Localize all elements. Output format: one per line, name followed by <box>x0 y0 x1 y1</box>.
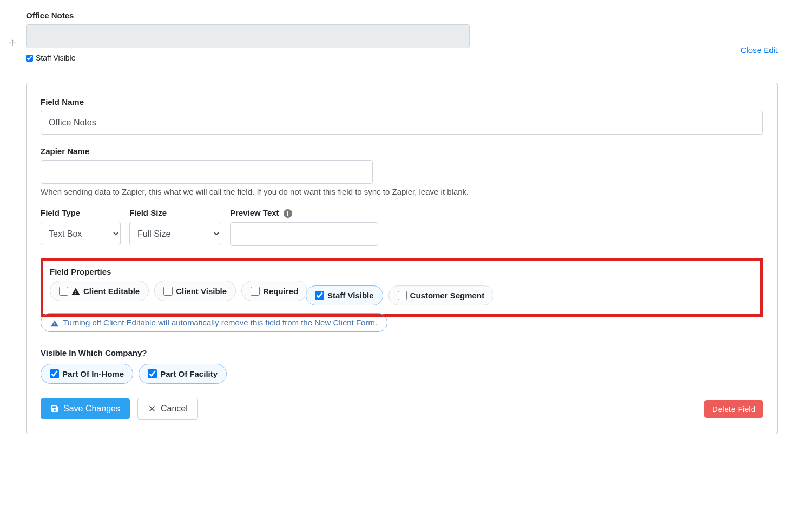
close-edit-link[interactable]: Close Edit <box>741 18 778 55</box>
customer-segment-pill[interactable]: Customer Segment <box>388 285 494 305</box>
top-staff-visible-checkbox[interactable] <box>26 55 33 62</box>
facility-checkbox[interactable] <box>148 369 157 378</box>
preview-text-input[interactable] <box>230 222 378 246</box>
edit-panel: Field Name Zapier Name When sending data… <box>26 83 778 434</box>
zapier-help-text: When sending data to Zapier, this what w… <box>41 187 763 196</box>
field-size-label: Field Size <box>129 208 221 217</box>
info-icon[interactable]: i <box>284 209 292 218</box>
zapier-name-label: Zapier Name <box>41 147 763 156</box>
x-icon <box>148 404 156 413</box>
move-icon <box>8 39 17 48</box>
office-notes-label: Office Notes <box>26 11 470 20</box>
save-button[interactable]: Save Changes <box>41 398 130 419</box>
cancel-button[interactable]: Cancel <box>137 398 198 420</box>
zapier-name-input[interactable] <box>41 160 373 184</box>
client-visible-checkbox[interactable] <box>163 287 173 296</box>
field-properties-label: Field Properties <box>50 267 754 276</box>
facility-pill[interactable]: Part Of Facility <box>139 364 227 384</box>
drag-handle[interactable] <box>5 11 19 48</box>
client-editable-notice: Turning off Client Editable will automat… <box>41 313 387 332</box>
delete-button[interactable]: Delete Field <box>704 400 763 418</box>
customer-segment-checkbox[interactable] <box>398 291 407 300</box>
field-name-input[interactable] <box>41 111 763 135</box>
in-home-checkbox[interactable] <box>50 369 59 378</box>
save-icon <box>50 404 59 413</box>
warning-icon <box>71 286 80 296</box>
client-editable-checkbox[interactable] <box>59 287 68 296</box>
top-staff-visible-label: Staff Visible <box>36 54 75 62</box>
office-notes-disabled-input <box>26 24 470 48</box>
field-size-select[interactable]: Full Size <box>129 222 221 245</box>
required-checkbox[interactable] <box>251 287 260 296</box>
preview-text-label: Preview Text i <box>230 208 378 218</box>
field-type-select[interactable]: Text Box <box>41 222 121 245</box>
required-pill[interactable]: Required <box>241 281 307 301</box>
warning-icon <box>51 318 58 327</box>
client-editable-pill[interactable]: Client Editable <box>50 281 149 301</box>
client-visible-pill[interactable]: Client Visible <box>154 281 236 301</box>
company-label: Visible In Which Company? <box>41 348 763 357</box>
field-type-label: Field Type <box>41 208 121 217</box>
staff-visible-pill[interactable]: Staff Visible <box>306 285 383 305</box>
in-home-pill[interactable]: Part Of In-Home <box>41 364 133 384</box>
staff-visible-checkbox[interactable] <box>315 291 324 300</box>
field-name-label: Field Name <box>41 97 763 107</box>
